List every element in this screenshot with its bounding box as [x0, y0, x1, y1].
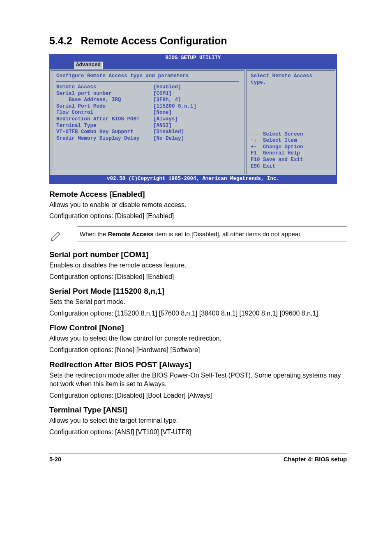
body-text: Configuration options: [None] [Hardware]…	[49, 345, 347, 355]
section-title: Remote Access Configuration	[81, 35, 227, 46]
body-text: Configuration options: [Disabled] [Boot …	[49, 391, 347, 400]
legend-line: ↑↓ Select Item	[251, 138, 331, 144]
bios-key-legend: ←→ Select Screen↑↓ Select Item+- Change …	[251, 131, 331, 170]
bios-left-title: Configure Remote Access type and paramet…	[56, 73, 239, 80]
table-row: Remote Access[Enabled]	[56, 84, 199, 91]
table-row: Serial Port Mode[115200 8,n,1]	[56, 104, 199, 110]
setting-value[interactable]: [Enabled]	[153, 84, 199, 91]
pencil-icon	[49, 226, 70, 244]
page-footer: 5-20 Chapter 4: BIOS setup	[49, 453, 347, 463]
table-row: Serial port number[COM1]	[56, 91, 199, 97]
legend-text: Save and Exit	[260, 157, 303, 163]
heading-redirection: Redirection After BIOS POST [Always]	[49, 360, 347, 369]
bios-title: BIOS SETUP UTILITY	[49, 54, 337, 62]
legend-key: F1	[251, 150, 260, 156]
setting-label: Sredir Memory Display Delay	[56, 136, 153, 142]
setting-value[interactable]: [Always]	[153, 116, 199, 123]
legend-line: +- Change Option	[251, 144, 331, 151]
setting-label: VT-UTFB Combo Key Support	[56, 129, 153, 136]
legend-line: ←→ Select Screen	[251, 131, 331, 138]
setting-value[interactable]: [No Delay]	[153, 136, 199, 142]
body-text: Configuration options: [ANSI] [VT100] [V…	[49, 428, 347, 437]
tab-advanced[interactable]: Advanced	[74, 62, 103, 69]
body-text: Sets the redirection mode after the BIOS…	[49, 371, 347, 389]
setting-label: Serial Port Mode	[56, 104, 153, 110]
bios-help-text: Select Remote Access type.	[251, 73, 331, 86]
legend-line: F1 General Help	[251, 150, 331, 157]
body-text: Configuration options: [115200 8,n,1] [5…	[49, 309, 347, 318]
legend-key: ESC	[251, 164, 260, 169]
setting-value[interactable]: [Disabled]	[153, 129, 199, 136]
legend-text: General Help	[260, 150, 300, 156]
section-heading: 5.4.2 Remote Access Configuration	[49, 35, 347, 47]
table-row: VT-UTFB Combo Key Support[Disabled]	[56, 129, 199, 136]
bios-help-pane: Select Remote Access type. ←→ Select Scr…	[246, 70, 335, 174]
divider	[56, 81, 239, 82]
body-text: Configuration options: [Disabled] [Enabl…	[49, 272, 347, 281]
body-text: Allows you to select the target terminal…	[49, 416, 347, 425]
body-text: Allows you to enable or disable remote a…	[49, 200, 347, 210]
setting-value[interactable]: [COM1]	[153, 91, 199, 97]
legend-line: ESC Exit	[251, 164, 331, 170]
chapter-label: Chapter 4: BIOS setup	[284, 456, 347, 463]
setting-value[interactable]: [ANSI]	[153, 123, 199, 129]
heading-remote-access: Remote Access [Enabled]	[49, 190, 347, 199]
body-text: Sets the Serial port mode.	[49, 297, 347, 306]
legend-line: F10 Save and Exit	[251, 157, 331, 164]
setting-value[interactable]: [115200 8,n,1]	[153, 104, 199, 110]
setting-value[interactable]: [None]	[153, 110, 199, 116]
setting-label: Terminal Type	[56, 123, 153, 129]
body-text: Enables or disables the remote access fe…	[49, 261, 347, 270]
table-row: Terminal Type[ANSI]	[56, 123, 199, 129]
page-number: 5-20	[49, 456, 61, 463]
heading-serial-port-mode: Serial Port Mode [115200 8,n,1]	[49, 287, 347, 296]
setting-label: Flow Control	[56, 110, 153, 116]
legend-text: Exit	[260, 164, 276, 169]
legend-text: Select Screen	[260, 131, 303, 137]
heading-serial-port-number: Serial port number [COM1]	[49, 250, 347, 259]
setting-label: Remote Access	[56, 84, 153, 91]
legend-key: +-	[251, 144, 260, 150]
note-block: When the Remote Access item is set to [D…	[49, 226, 347, 244]
setting-label: Base Address, IRQ	[56, 97, 153, 104]
legend-text: Change Option	[260, 144, 303, 150]
table-row: Base Address, IRQ[3F8h, 4]	[56, 97, 199, 104]
setting-value[interactable]: [3F8h, 4]	[153, 97, 199, 104]
setting-label: Serial port number	[56, 91, 153, 97]
body-text: Allows you to select the flow control fo…	[49, 334, 347, 343]
table-row: Redirection After BIOS POST[Always]	[56, 116, 199, 123]
section-number: 5.4.2	[49, 35, 72, 46]
bios-footer: v02.58 (C)Copyright 1985-2004, American …	[49, 175, 337, 184]
body-text: Configuration options: [Disabled] [Enabl…	[49, 212, 347, 221]
setting-label: Redirection After BIOS POST	[56, 116, 153, 123]
bios-settings-table: Remote Access[Enabled]Serial port number…	[56, 84, 199, 142]
legend-key: ↑↓	[251, 138, 260, 143]
heading-terminal-type: Terminal Type [ANSI]	[49, 405, 347, 415]
bios-panel: BIOS SETUP UTILITY Advanced Configure Re…	[49, 54, 337, 184]
table-row: Sredir Memory Display Delay[No Delay]	[56, 136, 199, 142]
table-row: Flow Control[None]	[56, 110, 199, 116]
legend-key: ←→	[251, 131, 260, 137]
legend-key: F10	[251, 157, 260, 163]
bios-left-pane: Configure Remote Access type and paramet…	[51, 70, 244, 174]
legend-text: Select Item	[260, 138, 297, 143]
heading-flow-control: Flow Control [None]	[49, 323, 347, 332]
bios-tabs: Advanced	[49, 62, 337, 70]
note-text: When the Remote Access item is set to [D…	[77, 226, 347, 242]
